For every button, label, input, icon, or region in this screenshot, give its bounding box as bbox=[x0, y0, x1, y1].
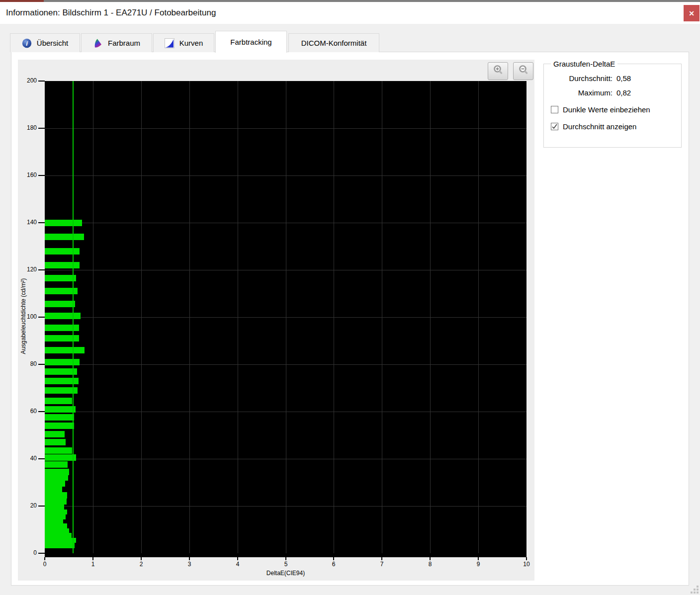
x-tick bbox=[44, 557, 45, 560]
window-title: Informationen: Bildschirm 1 - EA271U / F… bbox=[6, 2, 216, 24]
tab-dicom-konformit-t[interactable]: DICOM-Konformität bbox=[288, 33, 379, 52]
tab-farbtracking[interactable]: Farbtracking bbox=[215, 31, 287, 53]
x-tick bbox=[92, 557, 93, 560]
y-tick bbox=[38, 506, 45, 507]
checkbox-label: Dunkle Werte einbeziehen bbox=[563, 105, 650, 114]
y-tick-label: 140 bbox=[18, 219, 37, 226]
resize-grip[interactable] bbox=[691, 586, 699, 594]
title-bar[interactable]: Informationen: Bildschirm 1 - EA271U / F… bbox=[0, 2, 700, 24]
x-tick bbox=[430, 557, 431, 560]
stat-row: Maximum:0,82 bbox=[547, 88, 678, 97]
close-button[interactable]: ✕ bbox=[684, 5, 700, 21]
zoom-in-button[interactable] bbox=[488, 62, 508, 80]
y-tick bbox=[38, 553, 45, 554]
x-tick bbox=[381, 557, 382, 560]
curve-icon bbox=[165, 38, 175, 48]
gamut-icon bbox=[93, 38, 103, 48]
delta-e-bar bbox=[45, 414, 74, 421]
stat-row: Durchschnitt:0,58 bbox=[547, 74, 678, 83]
y-tick-label: 180 bbox=[18, 124, 37, 131]
x-tick-label: 10 bbox=[518, 561, 535, 568]
x-axis-line bbox=[45, 553, 526, 557]
x-tick-label: 3 bbox=[181, 561, 198, 568]
delta-e-bar bbox=[45, 398, 72, 404]
tab-kurven[interactable]: Kurven bbox=[153, 33, 214, 52]
delta-e-bar bbox=[45, 262, 80, 268]
x-tick-label: 1 bbox=[85, 561, 101, 568]
x-tick bbox=[285, 557, 286, 560]
average-line bbox=[73, 81, 74, 553]
delta-e-bar bbox=[45, 301, 75, 307]
stat-label: Durchschnitt: bbox=[547, 74, 612, 83]
horizontal-gridline bbox=[45, 223, 526, 223]
y-tick-label: 160 bbox=[18, 171, 37, 178]
horizontal-gridline bbox=[45, 317, 526, 318]
delta-e-bar bbox=[45, 447, 72, 454]
x-axis-title: DeltaE(CIE94) bbox=[45, 570, 526, 577]
magnifier-plus-icon bbox=[492, 64, 504, 78]
horizontal-gridline bbox=[45, 459, 526, 459]
delta-e-bar bbox=[45, 275, 76, 281]
horizontal-gridline bbox=[45, 412, 526, 412]
x-tick-label: 7 bbox=[373, 561, 390, 568]
x-tick bbox=[189, 557, 190, 560]
y-tick bbox=[38, 458, 45, 459]
groupbox-title: Graustufen-DeltaE bbox=[551, 60, 617, 68]
horizontal-gridline bbox=[45, 506, 526, 507]
delta-e-bar bbox=[45, 461, 68, 468]
y-tick-label: 40 bbox=[18, 455, 37, 462]
x-tick-label: 0 bbox=[36, 561, 53, 568]
delta-e-bar bbox=[45, 431, 65, 437]
y-tick bbox=[38, 128, 45, 129]
magnifier-minus-icon bbox=[518, 64, 529, 78]
tab-label: Kurven bbox=[179, 39, 203, 47]
delta-e-bar bbox=[45, 423, 74, 429]
stat-value: 0,82 bbox=[616, 88, 631, 97]
delta-e-bar bbox=[45, 220, 82, 226]
y-tick bbox=[38, 269, 45, 270]
x-tick bbox=[526, 557, 527, 560]
tab-label: Farbtracking bbox=[230, 38, 271, 46]
y-axis-title: Ausgabeleuchtdichte (cd/m²) bbox=[20, 259, 27, 373]
x-tick bbox=[478, 557, 479, 560]
delta-e-bar bbox=[45, 439, 66, 445]
horizontal-gridline bbox=[45, 175, 526, 176]
x-tick-label: 2 bbox=[133, 561, 150, 568]
tab--bersicht[interactable]: iÜbersicht bbox=[10, 33, 80, 52]
x-tick bbox=[333, 557, 334, 560]
y-tick bbox=[38, 364, 45, 365]
zoom-out-button[interactable] bbox=[513, 62, 533, 80]
stat-label: Maximum: bbox=[547, 88, 612, 97]
close-icon: ✕ bbox=[689, 9, 695, 17]
x-tick bbox=[237, 557, 238, 560]
y-tick bbox=[38, 175, 45, 176]
delta-e-bar bbox=[45, 335, 79, 341]
y-tick-label: 200 bbox=[18, 77, 37, 84]
checkbox-dunkle-werte-einbeziehen[interactable]: Dunkle Werte einbeziehen bbox=[551, 105, 678, 114]
svg-text:i: i bbox=[26, 40, 28, 47]
horizontal-gridline bbox=[45, 128, 526, 129]
stat-value: 0,58 bbox=[616, 74, 631, 83]
checkbox-checked-icon[interactable] bbox=[551, 123, 558, 130]
tab-label: DICOM-Konformität bbox=[301, 39, 367, 47]
y-tick-label: 60 bbox=[18, 408, 37, 415]
plot-area bbox=[45, 81, 526, 553]
checkbox-durchschnitt-anzeigen[interactable]: Durchschnitt anzeigen bbox=[551, 122, 678, 131]
x-tick-label: 8 bbox=[422, 561, 438, 568]
delta-e-bar bbox=[45, 313, 81, 319]
delta-e-bar bbox=[45, 359, 80, 365]
y-tick bbox=[38, 317, 45, 318]
x-tick bbox=[141, 557, 142, 560]
checkbox-unchecked-icon[interactable] bbox=[551, 106, 558, 113]
x-tick-label: 5 bbox=[277, 561, 294, 568]
chart-widget: 012345678910020406080100120140160180200 … bbox=[18, 60, 534, 581]
delta-e-bar bbox=[45, 325, 79, 331]
horizontal-gridline bbox=[45, 270, 526, 270]
delta-e-bar bbox=[45, 498, 67, 505]
y-tick bbox=[38, 81, 45, 82]
x-tick-label: 4 bbox=[229, 561, 246, 568]
tab-label: Farbraum bbox=[108, 39, 140, 47]
y-tick bbox=[38, 222, 45, 223]
x-tick-label: 6 bbox=[325, 561, 342, 568]
tab-farbraum[interactable]: Farbraum bbox=[81, 33, 152, 52]
